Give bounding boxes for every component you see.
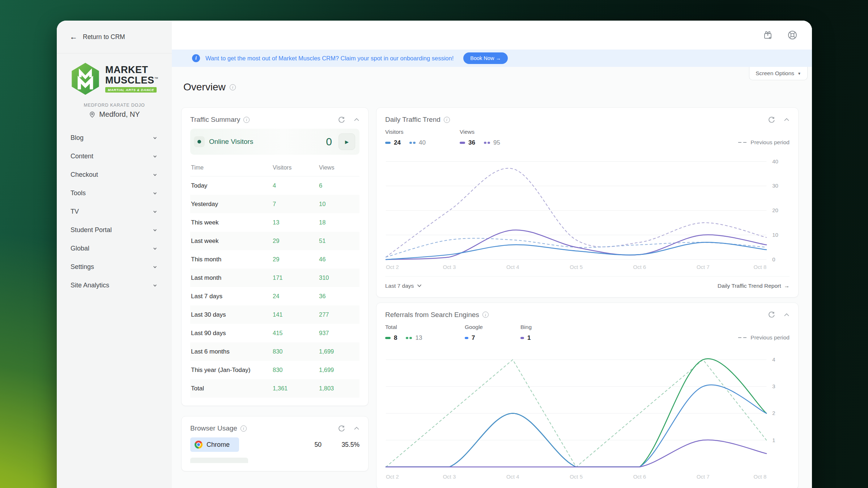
- refresh-button[interactable]: [338, 116, 345, 123]
- sidebar-item-student-portal[interactable]: Student Portal: [57, 221, 172, 239]
- date-range-selector[interactable]: Last 7 days: [385, 283, 422, 289]
- referrals-info-icon[interactable]: i: [482, 312, 489, 318]
- sidebar-item-site-analytics[interactable]: Site Analytics: [57, 276, 172, 295]
- google-value: 7: [472, 334, 475, 342]
- views-current-value: 36: [468, 139, 475, 146]
- chrome-icon: [195, 441, 203, 449]
- svg-text:Oct 7: Oct 7: [697, 474, 710, 480]
- refresh-icon: [768, 116, 775, 123]
- collapse-button[interactable]: [784, 313, 790, 317]
- online-visitors-label: Online Visitors: [209, 138, 253, 146]
- traffic-table: Today46Yesterday710This week1318Last wee…: [190, 176, 359, 398]
- collapse-button[interactable]: [354, 426, 359, 431]
- sidebar-item-global[interactable]: Global: [57, 239, 172, 258]
- column-header: Views: [319, 164, 359, 171]
- time-label: Total: [191, 385, 273, 392]
- visitors-current-swatch: [385, 142, 391, 144]
- refresh-button[interactable]: [768, 116, 775, 123]
- traffic-row: Last 90 days415937: [190, 324, 359, 342]
- sidebar-item-checkout[interactable]: Checkout: [57, 166, 172, 184]
- collapse-button[interactable]: [784, 117, 790, 122]
- svg-text:1: 1: [772, 437, 775, 443]
- visitors-value: 4: [273, 182, 319, 189]
- time-label: Last 90 days: [191, 330, 273, 337]
- referrals-legend: Total 8 13 Google 7: [385, 324, 790, 342]
- refresh-icon: [768, 311, 775, 318]
- svg-text:Oct 6: Oct 6: [633, 264, 646, 270]
- chevron-down-icon: [153, 265, 157, 269]
- daily-trend-report-link[interactable]: Daily Traffic Trend Report →: [718, 283, 790, 289]
- chevron-down-icon: [153, 136, 157, 140]
- play-button[interactable]: ▶: [339, 133, 355, 150]
- banner-text: Want to get the most out of Market Muscl…: [205, 55, 454, 62]
- bing-swatch: [520, 337, 524, 339]
- organization-label: MEDFORD KARATE DOJO: [57, 103, 172, 108]
- browser-row-partial: [190, 458, 248, 463]
- time-label: Last 30 days: [191, 311, 273, 318]
- browser-usage-title: Browser Usage: [190, 424, 237, 432]
- caret-down-icon: ▼: [797, 72, 801, 76]
- play-icon: ▶: [345, 139, 349, 145]
- page-title: Overview: [183, 81, 226, 93]
- views-previous-value: 95: [493, 139, 500, 146]
- legend-bing-label: Bing: [520, 324, 557, 330]
- legend-visitors-label: Visitors: [385, 129, 447, 135]
- whats-new-button[interactable]: [762, 29, 774, 41]
- time-label: Last month: [191, 274, 273, 282]
- refresh-icon: [338, 116, 345, 123]
- traffic-row: This year (Jan-Today)8301,699: [190, 361, 359, 379]
- refresh-button[interactable]: [338, 425, 345, 432]
- visitors-current-value: 24: [394, 139, 401, 146]
- sidebar-item-settings[interactable]: Settings: [57, 258, 172, 276]
- visitors-value: 1,361: [273, 385, 319, 392]
- visitors-value: 830: [273, 367, 319, 373]
- sidebar-item-content[interactable]: Content: [57, 147, 172, 166]
- online-visitors-value: 0: [326, 136, 332, 148]
- time-label: This month: [191, 256, 273, 263]
- refresh-button[interactable]: [768, 311, 775, 318]
- visitors-value: 141: [273, 311, 319, 318]
- book-now-button[interactable]: Book Now →: [463, 52, 508, 64]
- svg-text:20: 20: [772, 207, 778, 213]
- svg-text:Oct 7: Oct 7: [697, 264, 710, 270]
- screen-options-label: Screen Options: [756, 70, 794, 77]
- visitors-value: 7: [273, 201, 319, 207]
- daily-trend-info-icon[interactable]: i: [444, 117, 450, 123]
- return-to-crm-link[interactable]: ← Return to CRM: [57, 21, 172, 53]
- svg-text:Oct 4: Oct 4: [506, 264, 519, 270]
- views-value: 10: [319, 201, 359, 207]
- svg-text:Oct 8: Oct 8: [754, 474, 767, 480]
- browser-row-chrome[interactable]: Chrome5035.5%: [190, 437, 359, 452]
- location-row: Medford, NY: [57, 110, 172, 119]
- traffic-summary-info-icon[interactable]: i: [243, 117, 250, 123]
- visitors-value: 830: [273, 348, 319, 355]
- views-previous-swatch: [484, 142, 490, 144]
- page-info-icon[interactable]: i: [230, 84, 236, 90]
- views-value: 36: [319, 293, 359, 300]
- page-header: Overview i: [183, 81, 799, 93]
- onboarding-banner: i Want to get the most out of Market Mus…: [172, 50, 812, 67]
- visitors-value: 415: [273, 330, 319, 337]
- help-button[interactable]: [787, 29, 798, 41]
- svg-text:3: 3: [772, 383, 775, 389]
- collapse-button[interactable]: [354, 117, 359, 122]
- chevron-up-icon: [354, 117, 359, 122]
- browser-usage-info-icon[interactable]: i: [241, 425, 247, 432]
- sidebar-item-blog[interactable]: Blog: [57, 129, 172, 147]
- screen-options-button[interactable]: Screen Options ▼: [749, 67, 808, 80]
- sidebar-item-tools[interactable]: Tools: [57, 184, 172, 202]
- svg-text:4: 4: [772, 356, 775, 363]
- traffic-row: Yesterday710: [190, 195, 359, 213]
- chevron-up-icon: [784, 117, 790, 122]
- views-value: 937: [319, 330, 359, 337]
- sidebar-item-tv[interactable]: TV: [57, 202, 172, 221]
- svg-text:40: 40: [772, 158, 778, 164]
- time-label: Today: [191, 182, 273, 189]
- visitors-value: 24: [273, 293, 319, 300]
- browser-count: 50: [289, 441, 322, 449]
- logo-word-market: MARKET: [105, 65, 158, 75]
- chevron-down-icon: [153, 209, 157, 214]
- browser-percent: 35.5%: [322, 441, 359, 449]
- svg-text:Oct 6: Oct 6: [633, 474, 646, 480]
- logo-hexagon-icon: [70, 62, 101, 95]
